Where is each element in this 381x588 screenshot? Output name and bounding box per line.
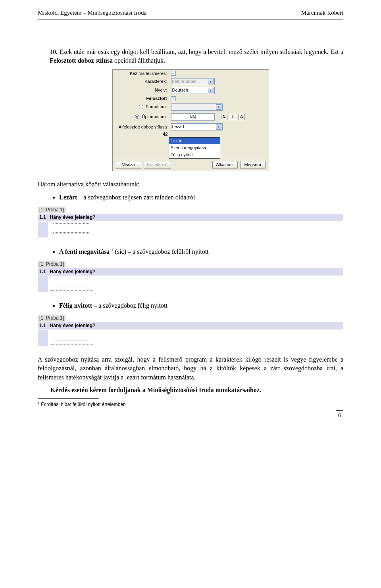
dropdown-item-felig-nyitott[interactable]: Félig nyitott [169, 151, 220, 158]
label-formatum: Formátum: [116, 104, 169, 110]
radio-formatum[interactable] [139, 105, 143, 109]
sample-question-row: 1.1 Hány éves jelenleg? [38, 322, 343, 329]
page-header: Miskolci Egyetem – Minőségbiztosítási Ir… [38, 0, 343, 20]
checkbox-felosztott[interactable]: ✓ [171, 96, 176, 101]
nla-button-a[interactable]: A [239, 114, 245, 120]
combo-formatum[interactable]: ▼ [171, 103, 223, 111]
label-kezirasfel: Kézírás felismerés: [116, 71, 169, 77]
sample-felig-nyitott: [1. Próba 1] 1.1 Hány éves jelenleg? [38, 313, 343, 346]
sample-dashline-1 [51, 234, 91, 234]
three-alternatives-intro: Három alternatíva között választhatunk: [38, 180, 343, 189]
sample-leftstripe [38, 330, 48, 346]
bullet-list: Lezárt – a szövegdoboz teljesen zárt min… [59, 193, 343, 202]
footnote-1: 1 Fordítási hiba: felülről nyitott értel… [38, 400, 343, 408]
combo-felosztott-stilus-value: Lezárt [172, 124, 185, 130]
sample-question-row: 1.1 Hány éves jelenleg? [38, 268, 343, 276]
sample-dashline-2 [51, 236, 92, 236]
sample-qnum: 1.1 [39, 269, 46, 274]
label-karakterek: Karakterek: [116, 79, 169, 84]
combo-nyelv[interactable]: Deutsch ▼ [171, 87, 215, 94]
closing-paragraph: A szövegdoboz nyitása arra szolgál, hogy… [38, 355, 343, 382]
nla-button-l[interactable]: L [230, 114, 236, 120]
para10-bold: Felosztott doboz stílusa [50, 57, 113, 64]
numbered-paragraph-10: 10. Ezek után már csak egy dolgot kell b… [50, 48, 343, 65]
sample-caption: [1. Próba 1] [38, 207, 65, 213]
bullet-list-2: A fenti megnyitása 1 (sic) – a szövegdob… [59, 247, 343, 257]
combo-nyelv-value: Deutsch [172, 87, 188, 93]
sample-leftstripe [38, 222, 48, 237]
sample-qtext: Hány éves jelenleg? [50, 323, 96, 328]
dropdown-item-fenti-megnyitasa[interactable]: A fenti megnyitása [169, 144, 220, 151]
label-ujformatum: Új formátum: [116, 114, 169, 120]
para10-lead: Ezek után már csak egy dolgot kell beáll… [59, 48, 343, 55]
bullet-lezart-text: – a szövegdoboz teljesen zárt minden old… [77, 194, 195, 201]
label-formatum-text: Formátum: [146, 104, 167, 109]
sample-dashline-1 [51, 288, 91, 288]
input-ujformatum-wrap [171, 113, 215, 121]
footnote-text: Fordítási hiba: felülről nyitott értelem… [40, 402, 126, 407]
bullet-fenti-bold: A fenti megnyitása [59, 248, 110, 255]
dropdown-stilus-open[interactable]: Lezárt A fenti megnyitása Félig nyitott [169, 137, 220, 159]
combo-karakterek-value: betűrendben [172, 79, 197, 84]
combo-felosztott-doboz-stilusa[interactable]: Lezárt ▼ [171, 123, 223, 130]
bullet-lezart-bold: Lezárt [59, 194, 77, 201]
footnote-separator [38, 398, 99, 399]
chevron-down-icon: ▼ [208, 88, 214, 93]
sample-leftstripe [38, 276, 48, 292]
label-felosztott: Felosztott [116, 96, 169, 102]
page-number: 6 [336, 410, 343, 419]
closing-bold-line: Kérdés esetén kérem forduljanak a Minősé… [50, 386, 343, 395]
bullet-lezart: Lezárt – a szövegdoboz teljesen zárt min… [59, 193, 343, 202]
sample-qtext: Hány éves jelenleg? [50, 269, 96, 274]
sample-lezart: [1. Próba 1] 1.1 Hány éves jelenleg? [38, 205, 343, 237]
sample-dashline-2 [51, 344, 92, 345]
label-ujformatum-text: Új formátum: [142, 114, 167, 119]
label-nyelv: Nyelv: [116, 87, 169, 93]
button-kovetkezo[interactable]: Következő [144, 161, 171, 169]
para10-tail: opciónál állíthatjuk. [113, 57, 165, 64]
checkbox-keziras[interactable]: ✓ [171, 71, 176, 76]
dropdown-item-lezart[interactable]: Lezárt [169, 138, 220, 144]
radio-ujformatum[interactable] [135, 115, 139, 119]
input-ujformatum[interactable] [171, 113, 215, 121]
sample-input-top-open [53, 278, 89, 287]
sample-fenti-megnyitasa: [1. Próba 1] 1.1 Hány éves jelenleg? [38, 259, 343, 292]
bullet-fenti-megnyitasa: A fenti megnyitása 1 (sic) – a szövegdob… [59, 247, 343, 257]
combo-karakterek[interactable]: betűrendben ▼ [171, 78, 215, 85]
bullet-list-3: Félig nyitott – a szövegdoboz félig nyit… [59, 301, 343, 310]
bullet-fenti-text: (sic) – a szövegdoboz felülről nyitott [114, 248, 209, 255]
label-felosztott-doboz-stilusa: A felosztott doboz stílusa [116, 124, 169, 129]
chevron-down-icon: ▼ [216, 124, 221, 130]
header-left: Miskolci Egyetem – Minőségbiztosítási Ir… [38, 9, 146, 17]
dialog-button-bar: Vissza Következő Alkalmaz Mégsem [113, 159, 269, 171]
button-vissza[interactable]: Vissza [116, 161, 141, 169]
bullet-felig-nyitott: Félig nyitott – a szövegdoboz félig nyit… [59, 301, 343, 310]
sample-input-closed [53, 223, 89, 233]
sample-qnum: 1.1 [39, 323, 46, 328]
label-42: 42 [158, 131, 168, 137]
header-right: Marciniak Róbert [301, 9, 343, 17]
button-alkalmaz[interactable]: Alkalmaz [212, 161, 238, 169]
nla-button-n[interactable]: N [221, 114, 227, 120]
sample-input-half-open [53, 331, 89, 341]
sample-dashline-2 [51, 290, 92, 291]
sample-caption: [1. Próba 1] [38, 261, 65, 268]
bullet-felig-bold: Félig nyitott [59, 302, 92, 309]
sample-caption: [1. Próba 1] [38, 315, 65, 322]
chevron-down-icon: ▼ [208, 79, 214, 84]
sample-question-row: 1.1 Hány éves jelenleg? [38, 214, 343, 221]
button-megsem[interactable]: Mégsem [240, 161, 266, 169]
sample-dashline-1 [51, 342, 91, 342]
chevron-down-icon: ▼ [216, 104, 221, 110]
felosztott-dialog: Kézírás felismerés: ✓ Karakterek: betűre… [112, 69, 269, 171]
sample-qnum: 1.1 [39, 215, 46, 220]
bullet-felig-text: – a szövegdoboz félig nyitott [92, 302, 167, 309]
sample-qtext: Hány éves jelenleg? [50, 215, 96, 220]
